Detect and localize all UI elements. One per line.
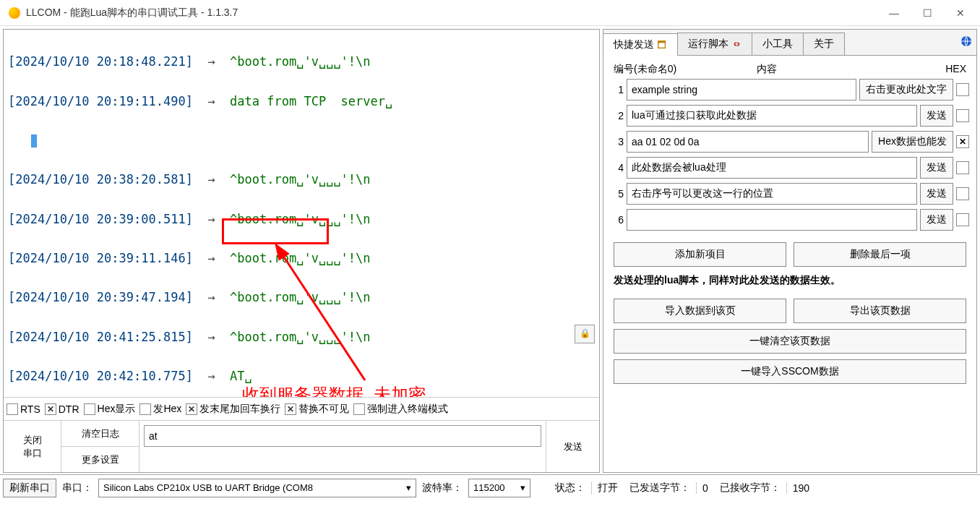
svg-rect-2 (658, 41, 666, 43)
state-value: 打开 (591, 482, 624, 495)
globe-icon[interactable] (960, 35, 972, 47)
append-crlf-checkbox[interactable]: 发末尾加回车换行 (186, 403, 280, 416)
dtr-checkbox[interactable]: DTR (45, 403, 79, 415)
delete-last-button[interactable]: 删除最后一项 (794, 242, 966, 267)
quick-send-btn-2[interactable]: 发送 (920, 105, 953, 127)
recv-label: 已接收字节： (718, 482, 782, 495)
send-button[interactable]: 发送 (546, 421, 599, 472)
hex-display-checkbox[interactable]: Hex显示 (84, 403, 136, 416)
minimize-button[interactable]: — (877, 2, 911, 24)
maximize-button[interactable]: ☐ (911, 2, 944, 24)
quick-send-btn-3[interactable]: Hex数据也能发 (872, 131, 953, 153)
import-page-button[interactable]: 导入数据到该页 (614, 299, 786, 323)
annotation-arrow (235, 239, 379, 384)
quick-hex-6[interactable] (956, 213, 969, 226)
quick-send-btn-4[interactable]: 发送 (920, 157, 953, 179)
quick-input-3[interactable] (627, 131, 869, 153)
right-panel: 快捷发送 运行脚本 小工具 关于 编号 (未命名0) 内容 HEX 1 右击更改… (603, 29, 977, 473)
quick-input-2[interactable] (627, 105, 917, 127)
tab-quick-send[interactable]: 快捷发送 (603, 33, 678, 56)
tab-run-script[interactable]: 运行脚本 (677, 33, 752, 55)
send-row: 关闭 串口 清空日志 更多设置 发送 (4, 420, 599, 472)
recv-value: 190 (786, 482, 815, 494)
quick-send-rows: 1 右击更改此处文字 2 发送 3 Hex数据也能发 4 发送 (603, 79, 976, 235)
svg-line-0 (282, 254, 365, 380)
sent-value: 0 (696, 482, 714, 494)
clear-log-button[interactable]: 清空日志 (61, 421, 139, 447)
baud-select[interactable]: 115200▾ (468, 479, 530, 497)
close-port-button[interactable]: 关闭 串口 (4, 421, 61, 472)
log-area[interactable]: [2024/10/10 20:18:48.221] → ^boot.rom␣'v… (4, 30, 599, 397)
send-input[interactable] (144, 425, 541, 447)
quick-send-btn-1[interactable]: 右击更改此处文字 (859, 79, 953, 100)
new-window-icon (657, 40, 667, 50)
quick-send-header: 编号 (未命名0) 内容 HEX (603, 56, 976, 79)
annotation-text: 收到服务器数据 未加密 (242, 381, 426, 397)
quick-row: 4 发送 (611, 157, 969, 179)
tab-about[interactable]: 关于 (803, 33, 845, 55)
quick-input-1[interactable] (627, 79, 856, 100)
quick-input-6[interactable] (627, 209, 917, 231)
quick-hex-3[interactable] (956, 135, 969, 148)
status-bar: 刷新串口 串口： Silicon Labs CP210x USB to UART… (0, 474, 980, 500)
link-icon (731, 39, 742, 49)
quick-row: 3 Hex数据也能发 (611, 131, 969, 153)
baud-label: 波特率： (421, 482, 464, 495)
chevron-down-icon: ▾ (520, 482, 525, 493)
import-sscom-button[interactable]: 一键导入SSCOM数据 (614, 359, 966, 384)
cursor (31, 134, 37, 147)
quick-input-5[interactable] (627, 183, 917, 205)
quick-input-4[interactable] (627, 157, 917, 179)
more-settings-button[interactable]: 更多设置 (61, 447, 139, 472)
replace-invisible-checkbox[interactable]: 替换不可见 (285, 403, 349, 416)
tab-tools[interactable]: 小工具 (752, 33, 804, 55)
quick-row: 2 发送 (611, 105, 969, 127)
left-panel: [2024/10/10 20:18:48.221] → ^boot.rom␣'v… (3, 29, 600, 473)
add-item-button[interactable]: 添加新项目 (614, 242, 786, 267)
quick-hex-2[interactable] (956, 109, 969, 122)
titlebar: LLCOM - 能跑Lua脚本的串口调试工具 - 1.1.3.7 — ☐ ✕ (0, 0, 980, 26)
quick-row: 6 发送 (611, 209, 969, 231)
options-bar: RTS DTR Hex显示 发Hex 发末尾加回车换行 替换不可见 强制进入终端… (4, 397, 599, 420)
tabs: 快捷发送 运行脚本 小工具 关于 (603, 30, 976, 56)
quick-hex-5[interactable] (956, 187, 969, 200)
log-timestamp: [2024/10/10 20:18:48.221] (8, 54, 193, 69)
window-title: LLCOM - 能跑Lua脚本的串口调试工具 - 1.1.3.7 (26, 7, 877, 20)
send-hex-checkbox[interactable]: 发Hex (139, 403, 181, 416)
state-label: 状态： (554, 482, 587, 495)
quick-send-btn-6[interactable]: 发送 (920, 209, 953, 231)
quick-hex-4[interactable] (956, 161, 969, 174)
rts-checkbox[interactable]: RTS (7, 403, 40, 415)
port-label: 串口： (61, 482, 94, 495)
quick-row: 5 发送 (611, 183, 969, 205)
quick-hex-1[interactable] (956, 83, 969, 96)
sent-label: 已发送字节： (628, 482, 692, 495)
quick-send-btn-5[interactable]: 发送 (920, 183, 953, 205)
lua-note: 发送处理的lua脚本，同样对此处发送的数据生效。 (603, 270, 976, 291)
chevron-down-icon: ▾ (406, 482, 411, 493)
quick-row: 1 右击更改此处文字 (611, 79, 969, 100)
export-page-button[interactable]: 导出该页数据 (794, 299, 966, 323)
port-select[interactable]: Silicon Labs CP210x USB to UART Bridge (… (98, 479, 416, 497)
refresh-ports-button[interactable]: 刷新串口 (3, 479, 56, 497)
terminal-mode-checkbox[interactable]: 强制进入终端模式 (353, 403, 448, 416)
clear-page-button[interactable]: 一键清空该页数据 (614, 329, 966, 354)
close-button[interactable]: ✕ (944, 2, 977, 24)
app-icon (9, 7, 20, 19)
lock-scroll-button[interactable]: 🔒 (575, 325, 595, 343)
